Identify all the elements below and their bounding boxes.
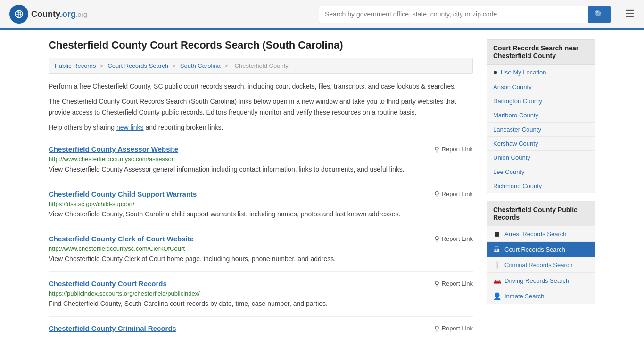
search-button[interactable]: 🔍 — [588, 6, 611, 23]
header: County.org.org 🔍 ☰ — [0, 0, 644, 30]
result-item: Chesterfield County Court Records ⚲ Repo… — [49, 272, 473, 317]
report-icon: ⚲ — [434, 324, 439, 333]
public-records-title: Chesterfield County Public Records — [487, 201, 595, 226]
report-link[interactable]: ⚲ Report Link — [434, 190, 473, 198]
use-location-link[interactable]: Use My Location — [501, 69, 546, 76]
result-url[interactable]: http://www.chesterfieldcountysc.com/Cler… — [49, 245, 473, 252]
result-url[interactable]: https://dss.sc.gov/child-support/ — [49, 200, 473, 207]
result-item: Chesterfield County Clerk of Court Websi… — [49, 227, 473, 272]
search-bar: 🔍 — [319, 6, 611, 23]
sidebar-county-marlboro[interactable]: Marlboro County — [487, 108, 595, 123]
sidebar-county-lancaster[interactable]: Lancaster County — [487, 123, 595, 137]
location-icon: ● — [493, 68, 498, 76]
logo[interactable]: County.org.org — [9, 5, 87, 24]
sidebar: Court Records Search near Chesterfield C… — [487, 39, 595, 340]
pub-records-driving[interactable]: 🚗 Driving Records Search — [487, 273, 595, 288]
new-links[interactable]: new links — [116, 123, 144, 131]
pub-records-inmate[interactable]: 👤 Inmate Search — [487, 288, 595, 304]
nearby-title: Court Records Search near Chesterfield C… — [487, 40, 595, 65]
result-desc: View Chesterfield County, South Carolina… — [49, 209, 473, 219]
report-icon: ⚲ — [434, 280, 439, 288]
logo-icon — [9, 5, 28, 24]
report-icon: ⚲ — [434, 190, 439, 198]
sidebar-county-richmond[interactable]: Richmond County — [487, 179, 595, 193]
sidebar-county-lee[interactable]: Lee County — [487, 165, 595, 179]
driving-icon: 🚗 — [493, 277, 501, 284]
result-url[interactable]: http://www.chesterfieldcountysc.com/asse… — [49, 156, 473, 163]
sidebar-county-union[interactable]: Union County — [487, 151, 595, 165]
report-link[interactable]: ⚲ Report Link — [434, 280, 473, 288]
sidebar-county-darlington[interactable]: Darlington County — [487, 94, 595, 108]
result-title[interactable]: Chesterfield County Assessor Website — [49, 145, 178, 153]
breadcrumb: Public Records > Court Records Search > … — [49, 58, 473, 74]
criminal-icon: ❕ — [493, 261, 501, 269]
report-icon: ⚲ — [434, 145, 439, 154]
result-title[interactable]: Chesterfield County Criminal Records — [49, 324, 176, 332]
use-location-item[interactable]: ● Use My Location — [487, 65, 595, 80]
result-title[interactable]: Chesterfield County Clerk of Court Websi… — [49, 235, 194, 243]
results-list: Chesterfield County Assessor Website ⚲ R… — [49, 138, 473, 340]
arrest-icon: ◼ — [493, 230, 501, 238]
court-icon: 🏛 — [493, 246, 501, 253]
result-desc: Find Chesterfield County, South Carolina… — [49, 299, 473, 309]
report-link[interactable]: ⚲ Report Link — [434, 235, 473, 243]
sidebar-county-kershaw[interactable]: Kershaw County — [487, 137, 595, 151]
report-icon: ⚲ — [434, 235, 439, 243]
report-link[interactable]: ⚲ Report Link — [434, 324, 473, 333]
main-container: Chesterfield County Court Records Search… — [39, 30, 605, 350]
pub-records-criminal[interactable]: ❕ Criminal Records Search — [487, 257, 595, 273]
logo-text: County.org.org — [31, 9, 87, 19]
breadcrumb-chesterfield: Chesterfield County — [235, 62, 289, 69]
search-input[interactable] — [319, 6, 588, 23]
inmate-icon: 👤 — [493, 292, 501, 300]
result-item: Chesterfield County Child Support Warran… — [49, 182, 473, 227]
nearby-section: Court Records Search near Chesterfield C… — [487, 39, 595, 193]
result-desc: View Chesterfield County Clerk of Court … — [49, 254, 473, 264]
breadcrumb-public-records[interactable]: Public Records — [55, 62, 96, 69]
description-para2: The Chesterfield County Court Records Se… — [49, 96, 473, 117]
pub-records-court[interactable]: 🏛 Court Records Search — [487, 242, 595, 257]
result-item: Chesterfield County Assessor Website ⚲ R… — [49, 138, 473, 182]
result-item: Chesterfield County Criminal Records ⚲ R… — [49, 317, 473, 340]
menu-icon[interactable]: ☰ — [625, 8, 635, 20]
public-records-section: Chesterfield County Public Records ◼ Arr… — [487, 201, 595, 304]
content-area: Chesterfield County Court Records Search… — [49, 39, 473, 340]
report-link[interactable]: ⚲ Report Link — [434, 145, 473, 154]
page-title: Chesterfield County Court Records Search… — [49, 39, 473, 51]
breadcrumb-south-carolina[interactable]: South Carolina — [180, 62, 221, 69]
result-desc: View Chesterfield County Assessor genera… — [49, 165, 473, 174]
result-title[interactable]: Chesterfield County Court Records — [49, 280, 167, 288]
pub-records-arrest[interactable]: ◼ Arrest Records Search — [487, 226, 595, 242]
sidebar-county-anson[interactable]: Anson County — [487, 80, 595, 94]
search-icon: 🔍 — [594, 10, 604, 18]
description-para3: Help others by sharing new links and rep… — [49, 122, 473, 132]
result-url[interactable]: https://publicindex.sccourts.org/chester… — [49, 290, 473, 297]
breadcrumb-court-records[interactable]: Court Records Search — [107, 62, 168, 69]
description-para1: Perform a free Chesterfield County, SC p… — [49, 81, 473, 91]
result-title[interactable]: Chesterfield County Child Support Warran… — [49, 190, 197, 198]
